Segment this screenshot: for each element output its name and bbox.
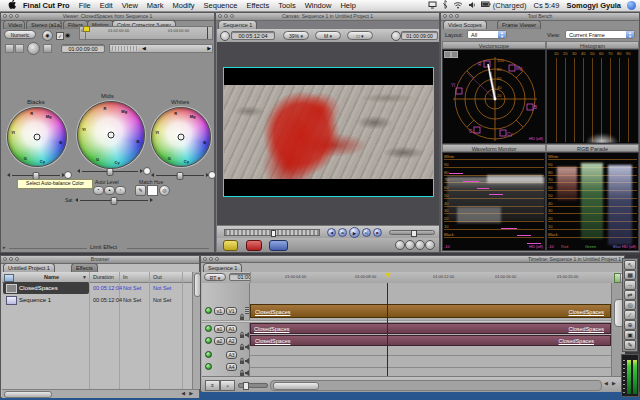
window-buttons[interactable] (203, 257, 219, 261)
enable-checkbox[interactable]: ✓ (56, 32, 64, 40)
canvas-duration-field[interactable]: 00:05:12:04 (231, 31, 275, 40)
match-frame-button[interactable] (395, 240, 405, 250)
column-in[interactable]: In (123, 274, 128, 280)
crop-tool-button[interactable]: ▣ (624, 330, 636, 340)
tab-stereo[interactable]: Stereo (a1a2) (26, 20, 62, 29)
roll-tool-button[interactable]: ⇄ (624, 290, 636, 300)
tab-frame-viewer[interactable]: Frame Viewer (497, 20, 541, 29)
row-name[interactable]: Sequence 1 (19, 297, 51, 303)
vectorscope[interactable]: 100 80 60 40 20 R Mg B Cy G Yl (442, 49, 546, 144)
tab-effects[interactable]: Effects (71, 263, 98, 272)
previous-edit-button[interactable]: ◀ (327, 228, 336, 237)
fast-user-switch-icon[interactable] (627, 1, 636, 10)
track-height-button[interactable]: ≡ (205, 380, 220, 391)
auto-contrast-button[interactable]: ▴ (104, 186, 115, 195)
tab-project[interactable]: Untitled Project 1 (3, 263, 55, 272)
battery-icon[interactable] (481, 1, 491, 10)
column-out[interactable]: Out (153, 274, 162, 280)
edit-selection-tool-button[interactable]: ▦ (624, 270, 636, 280)
playhead-marker-icon[interactable] (385, 273, 391, 278)
timeline-hscrollbar[interactable] (270, 380, 602, 391)
scroll-left-arrow[interactable]: ◀ (604, 380, 608, 386)
mids-auto-button[interactable] (143, 167, 151, 175)
reset-hue-button[interactable]: ◎ (159, 185, 170, 196)
a2-clip[interactable]: ClosedSpaces ClosedSpaces (250, 335, 611, 346)
mark-in-button[interactable] (405, 240, 415, 250)
saturation-slider[interactable] (77, 198, 151, 203)
volume-icon[interactable] (468, 1, 476, 11)
timeline-ruler[interactable]: 01:00:04:00 01:00:08:00 01:00:12:00 01:0… (250, 272, 613, 283)
tab-video-scopes[interactable]: Video Scopes (443, 20, 487, 29)
canvas-tab-sequence[interactable]: Sequence 1 (218, 20, 257, 29)
keyframe-nav-buttons[interactable] (5, 44, 55, 53)
browser-row-sequence1[interactable]: Sequence 1 00:05:12:04 Not Set Not Set (2, 294, 192, 306)
menu-clock[interactable]: Cs 5:49 (534, 1, 560, 10)
window-buttons[interactable] (3, 14, 19, 18)
show-match-frame-button[interactable] (223, 240, 238, 251)
auto-white-button[interactable]: ▫ (115, 186, 126, 195)
mids-level-slider[interactable] (79, 169, 141, 174)
window-buttons[interactable] (443, 14, 459, 18)
clip-overlay-button[interactable]: ⌅ (220, 380, 235, 391)
shuttle-control[interactable] (389, 230, 435, 235)
layout-dropdown[interactable]: All▲▼ (467, 30, 507, 39)
menu-window[interactable]: Window (305, 1, 332, 10)
razor-blade-tool-button[interactable]: ∕ (624, 310, 636, 320)
browser-vscrollbar[interactable] (192, 272, 200, 389)
menu-file[interactable]: File (79, 1, 91, 10)
a3-audible-toggle[interactable] (205, 351, 212, 358)
blacks-level-slider[interactable] (9, 173, 63, 178)
timeline-tab-sequence[interactable]: Sequence 1 (203, 263, 242, 272)
a4-speaker-icon[interactable] (244, 363, 251, 376)
viewer-timecode-field[interactable]: 01:00:09:00 (61, 44, 105, 53)
hue-swatch[interactable] (147, 185, 158, 196)
menu-edit[interactable]: Edit (100, 1, 113, 10)
a1-audible-toggle[interactable] (205, 325, 212, 332)
hand-tool-icon[interactable] (27, 42, 40, 55)
display-icon[interactable] (428, 1, 437, 11)
menu-user[interactable]: Somogyi Gyula (566, 1, 621, 10)
rotate-button[interactable]: ◉ (42, 30, 53, 41)
a1-source-patch[interactable]: a1 (214, 325, 225, 333)
menu-help[interactable]: Help (340, 1, 355, 10)
eye-icon[interactable]: ◉ (65, 31, 70, 38)
menu-modify[interactable]: Modify (173, 1, 195, 10)
browser-row-closedspaces[interactable]: ClosedSpaces 00:05:12:04 Not Set Not Set (2, 282, 192, 294)
menu-view[interactable]: View (122, 1, 138, 10)
wheel-handle[interactable] (34, 134, 41, 141)
v1-visibility-toggle[interactable] (205, 307, 212, 314)
add-keyframe-button[interactable] (269, 240, 288, 251)
timeline-playhead[interactable] (387, 283, 388, 376)
canvas-overlay-popup[interactable]: □ ▾ (347, 31, 373, 40)
a1-clip[interactable]: ClosedSpaces ClosedSpaces (250, 323, 611, 334)
v1-film-icon[interactable] (245, 307, 249, 314)
a2-audible-toggle[interactable] (205, 337, 212, 344)
bluetooth-icon[interactable] (442, 0, 448, 11)
slip-tool-button[interactable]: ◎ (624, 300, 636, 310)
wifi-icon[interactable] (453, 1, 463, 11)
menu-tools[interactable]: Tools (278, 1, 296, 10)
a2-track-button[interactable]: A2 (226, 337, 237, 345)
tab-video[interactable]: Video (3, 20, 25, 29)
scroll-left-arrow[interactable]: ◀ (142, 45, 146, 51)
play-button[interactable]: ▶ (349, 227, 360, 238)
column-duration[interactable]: Duration (93, 274, 114, 280)
menu-sequence[interactable]: Sequence (204, 1, 238, 10)
next-edit-button[interactable]: ▶ (373, 228, 382, 237)
a4-audible-toggle[interactable] (205, 363, 212, 370)
v1-source-patch[interactable]: v1 (214, 307, 225, 315)
waveform-monitor[interactable]: White 90 80 70 60 50 40 30 20 10 Black -… (442, 152, 546, 251)
a1-track-button[interactable]: A1 (226, 325, 237, 333)
viewer-zoom-scrollbar[interactable]: ◀ ▶ (109, 44, 213, 53)
v1-clip[interactable]: ClosedSpaces ClosedSpaces (250, 304, 611, 318)
window-buttons[interactable] (218, 14, 234, 18)
timeline-titlebar[interactable]: Timeline: Sequence 1 in Untitled Project… (201, 256, 624, 263)
select-track-tool-button[interactable]: → (624, 280, 636, 290)
whites-wheel[interactable]: R Mg B Cy G Yl (151, 107, 211, 167)
menu-app[interactable]: Final Cut Pro (23, 1, 70, 10)
jog-control[interactable] (224, 229, 320, 236)
auto-black-button[interactable]: ▪ (93, 186, 104, 195)
a3-track-button[interactable]: A3 (226, 351, 237, 359)
column-name[interactable]: Name (44, 274, 59, 280)
canvas-zoom-popup[interactable]: 39% ▾ (283, 31, 309, 40)
